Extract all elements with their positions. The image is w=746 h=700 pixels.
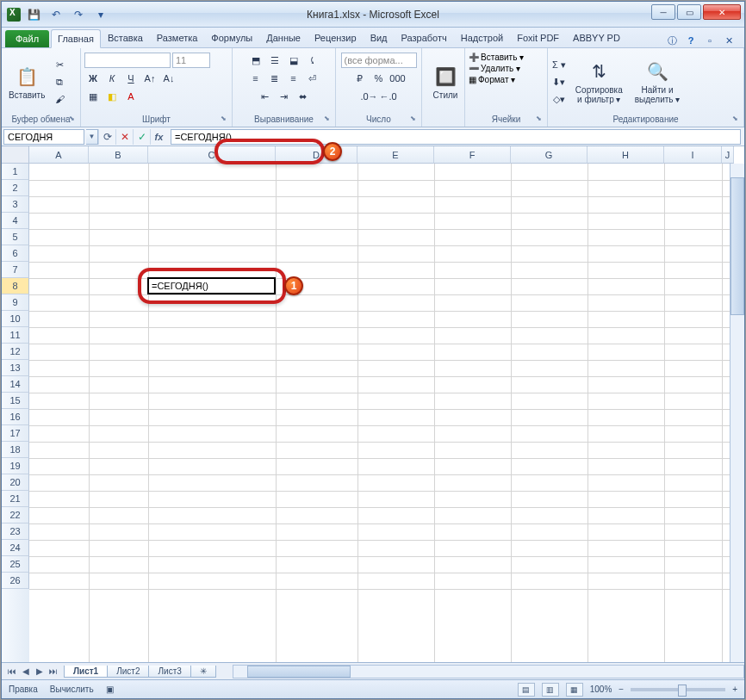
- col-header-D[interactable]: D: [276, 146, 357, 164]
- view-layout-icon[interactable]: ▥: [542, 683, 559, 697]
- row-header-22[interactable]: 22: [2, 507, 29, 523]
- styles-button[interactable]: 🔲 Стили: [426, 63, 465, 102]
- tab-insert[interactable]: Вставка: [101, 28, 150, 47]
- row-header-3[interactable]: 3: [2, 196, 29, 213]
- decrease-decimal-icon[interactable]: ←.0: [380, 89, 397, 104]
- window-restore-icon[interactable]: ▫: [703, 34, 717, 47]
- view-normal-icon[interactable]: ▤: [518, 683, 535, 697]
- row-header-20[interactable]: 20: [2, 474, 29, 491]
- font-name-select[interactable]: [84, 53, 171, 68]
- indent-increase-icon[interactable]: ⇥: [276, 89, 293, 104]
- col-header-C[interactable]: C: [148, 146, 276, 164]
- col-header-B[interactable]: B: [89, 146, 148, 164]
- cancel-formula-icon[interactable]: ✕: [115, 129, 133, 145]
- row-header-19[interactable]: 19: [2, 458, 29, 474]
- indent-decrease-icon[interactable]: ⇤: [257, 89, 274, 104]
- col-header-A[interactable]: A: [29, 146, 89, 164]
- vertical-scrollbar[interactable]: [730, 164, 744, 662]
- qat-save[interactable]: 💾: [24, 5, 43, 24]
- sheet-nav-first-icon[interactable]: ⏮: [5, 666, 19, 676]
- col-header-H[interactable]: H: [587, 146, 664, 164]
- col-header-E[interactable]: E: [357, 146, 434, 164]
- align-top-icon[interactable]: ⬒: [247, 53, 264, 68]
- increase-decimal-icon[interactable]: .0→: [361, 89, 378, 104]
- row-header-16[interactable]: 16: [2, 409, 29, 425]
- comma-icon[interactable]: 000: [389, 71, 407, 86]
- sheet-tab-1[interactable]: Лист1: [64, 666, 108, 678]
- tab-review[interactable]: Рецензир: [308, 28, 364, 47]
- row-header-24[interactable]: 24: [2, 540, 29, 556]
- row-header-8[interactable]: 8: [2, 278, 29, 294]
- row-header-14[interactable]: 14: [2, 376, 29, 393]
- orientation-icon[interactable]: ⤹: [304, 53, 321, 68]
- qat-redo[interactable]: ↷: [69, 5, 88, 24]
- row-header-26[interactable]: 26: [2, 573, 29, 589]
- sheet-nav-last-icon[interactable]: ⏭: [47, 666, 60, 676]
- percent-icon[interactable]: %: [370, 71, 388, 86]
- row-header-9[interactable]: 9: [2, 294, 29, 311]
- italic-button[interactable]: К: [103, 71, 121, 86]
- row-header-7[interactable]: 7: [2, 262, 29, 278]
- sheet-tab-3[interactable]: Лист3: [148, 666, 190, 678]
- currency-icon[interactable]: ₽: [351, 71, 369, 86]
- col-header-I[interactable]: I: [664, 146, 722, 164]
- minimize-button[interactable]: ─: [651, 4, 675, 20]
- tab-foxit[interactable]: Foxit PDF: [510, 28, 566, 47]
- merge-icon[interactable]: ⬌: [295, 89, 312, 104]
- col-header-G[interactable]: G: [511, 146, 587, 164]
- qat-customize-icon[interactable]: ▾: [91, 5, 110, 24]
- active-cell[interactable]: =СЕГОДНЯ(): [147, 277, 276, 294]
- row-header-1[interactable]: 1: [2, 164, 29, 180]
- insert-function-icon[interactable]: fx: [150, 129, 167, 145]
- tab-layout[interactable]: Разметка: [150, 28, 205, 47]
- row-header-4[interactable]: 4: [2, 213, 29, 229]
- doc-close-icon[interactable]: ✕: [722, 34, 736, 47]
- insert-cells-button[interactable]: ➕ Вставить ▾: [469, 53, 524, 62]
- refresh-icon[interactable]: ⟳: [98, 129, 115, 145]
- tab-developer[interactable]: Разработч: [395, 28, 454, 47]
- font-size-select[interactable]: 11: [172, 53, 210, 68]
- align-right-icon[interactable]: ≡: [285, 71, 302, 86]
- underline-button[interactable]: Ч: [122, 71, 140, 86]
- decrease-font-icon[interactable]: A↓: [160, 71, 177, 86]
- sheet-nav-next-icon[interactable]: ▶: [33, 666, 47, 676]
- format-painter-icon[interactable]: 🖌: [51, 91, 68, 107]
- paste-button[interactable]: 📋 Вставить: [5, 63, 48, 102]
- minimize-ribbon-icon[interactable]: ⓘ: [665, 34, 679, 47]
- close-button[interactable]: ✕: [703, 4, 741, 20]
- row-header-17[interactable]: 17: [2, 425, 29, 442]
- row-header-25[interactable]: 25: [2, 556, 29, 573]
- copy-icon[interactable]: ⧉: [51, 74, 68, 90]
- row-header-2[interactable]: 2: [2, 180, 29, 196]
- align-middle-icon[interactable]: ☰: [266, 53, 283, 68]
- fill-color-icon[interactable]: ◧: [103, 89, 121, 104]
- sort-filter-button[interactable]: ⇅ Сортировка и фильтр ▾: [572, 58, 626, 106]
- tab-home[interactable]: Главная: [51, 29, 101, 48]
- row-header-15[interactable]: 15: [2, 393, 29, 409]
- select-all-corner[interactable]: [2, 146, 29, 164]
- bold-button[interactable]: Ж: [84, 71, 102, 86]
- row-header-11[interactable]: 11: [2, 327, 29, 344]
- name-box[interactable]: СЕГОДНЯ: [3, 129, 84, 145]
- sheet-nav-prev-icon[interactable]: ◀: [19, 666, 33, 676]
- row-header-5[interactable]: 5: [2, 229, 29, 245]
- accept-formula-icon[interactable]: ✓: [133, 129, 150, 145]
- qat-undo[interactable]: ↶: [47, 5, 65, 24]
- increase-font-icon[interactable]: A↑: [141, 71, 159, 86]
- help-icon[interactable]: ?: [684, 34, 698, 47]
- find-select-button[interactable]: 🔍 Найти и выделить ▾: [631, 58, 684, 106]
- tab-data[interactable]: Данные: [259, 28, 308, 47]
- sheet-tab-2[interactable]: Лист2: [107, 666, 149, 678]
- maximize-button[interactable]: ▭: [677, 4, 701, 20]
- autosum-button[interactable]: Σ ▾: [551, 57, 567, 72]
- wrap-text-icon[interactable]: ⏎: [304, 71, 321, 86]
- row-header-12[interactable]: 12: [2, 344, 29, 360]
- format-cells-button[interactable]: ▦ Формат ▾: [469, 75, 515, 84]
- row-header-6[interactable]: 6: [2, 245, 29, 262]
- formula-input[interactable]: [171, 129, 741, 145]
- align-center-icon[interactable]: ≣: [266, 71, 283, 86]
- col-header-J[interactable]: J: [722, 146, 734, 164]
- row-header-13[interactable]: 13: [2, 360, 29, 376]
- row-header-21[interactable]: 21: [2, 491, 29, 507]
- align-bottom-icon[interactable]: ⬓: [285, 53, 302, 68]
